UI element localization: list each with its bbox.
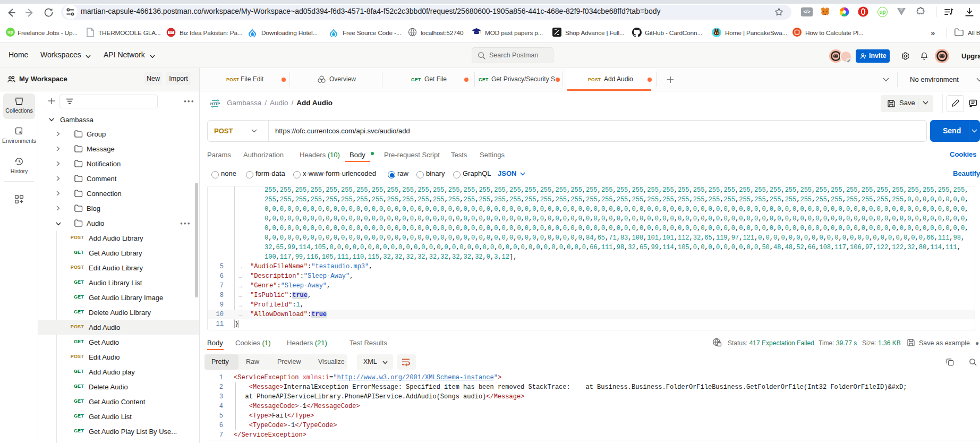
svg-text:HTTP: HTTP — [210, 101, 220, 106]
svg-text:BIZ: BIZ — [169, 31, 173, 34]
